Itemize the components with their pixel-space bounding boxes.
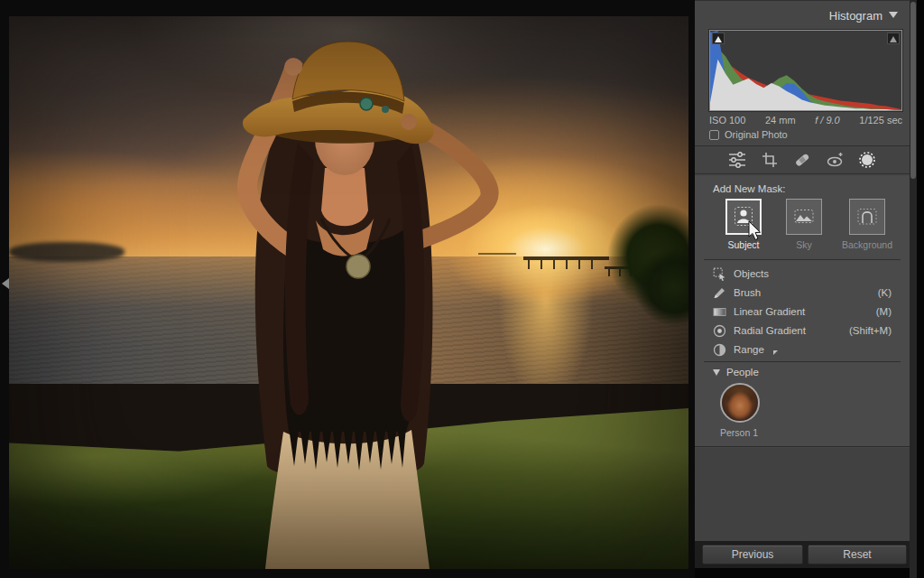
edit-sliders-icon[interactable] [727,150,747,170]
people-collapse-triangle-icon [713,369,720,376]
objects-icon [713,267,726,281]
mask-tool-brush[interactable]: Brush (K) [713,284,892,302]
window-right-edge [917,0,924,578]
person-avatar[interactable] [720,383,760,423]
brush-icon [713,286,726,300]
previous-button[interactable]: Previous [702,545,803,564]
add-new-mask-panel: Add New Mask: Subjec [695,176,910,447]
mask-tool-label: Radial Gradient [734,325,806,336]
background-icon [856,207,878,227]
panel-bottom-strip [695,568,910,578]
original-photo-checkbox[interactable] [709,130,719,140]
collapse-triangle-icon[interactable] [889,12,898,18]
mask-button-sky-label: Sky [782,239,826,250]
mask-button-background[interactable] [849,199,885,235]
mask-tool-label: Range [734,344,764,355]
develop-footer-bar: Previous Reset [695,541,910,568]
masking-icon[interactable] [857,150,877,170]
histogram[interactable] [709,30,902,111]
panel-empty-area [695,448,910,541]
lightroom-window: Histogram ISO 100 24 mm f / 9.0 1/125 se… [0,0,924,578]
mask-tool-radial-gradient[interactable]: Radial Gradient (Shift+M) [713,322,892,340]
right-panel: Histogram ISO 100 24 mm f / 9.0 1/125 se… [695,0,910,578]
shadow-clipping-indicator[interactable] [712,33,725,44]
mouse-cursor-icon [748,221,762,241]
mask-tool-range[interactable]: Range [713,340,892,359]
exif-focal-length: 24 mm [765,115,796,126]
original-photo-label: Original Photo [725,129,788,140]
shadow-clipping-triangle-icon [715,36,722,42]
mask-tool-shortcut: (M) [876,306,892,317]
exif-iso: ISO 100 [709,115,745,126]
mask-tool-linear-gradient[interactable]: Linear Gradient (M) [713,303,892,321]
exif-shutter: 1/125 sec [859,115,902,126]
linear-gradient-icon [713,305,726,319]
mask-tool-objects[interactable]: Objects [713,265,892,283]
mask-tool-label: Linear Gradient [734,306,805,317]
add-new-mask-label: Add New Mask: [713,183,786,194]
range-icon [713,343,726,357]
photo-vignette [9,16,688,569]
mask-tool-label: Objects [734,268,769,279]
range-flyout-icon [773,350,778,355]
exif-info: ISO 100 24 mm f / 9.0 1/125 sec [709,115,902,126]
sky-icon [793,207,815,227]
radial-gradient-icon [713,324,726,338]
mask-tool-shortcut: (K) [878,287,892,298]
photo-canvas[interactable] [9,16,688,569]
crop-icon[interactable] [760,150,780,170]
histogram-header[interactable]: Histogram [695,1,910,28]
mask-button-sky[interactable] [786,199,822,235]
reset-button[interactable]: Reset [808,545,907,564]
exif-aperture: f / 9.0 [815,115,840,126]
red-eye-icon[interactable] [825,150,845,170]
panel-scrollbar-thumb[interactable] [910,2,916,179]
develop-toolstrip [695,145,910,174]
people-header-label: People [726,367,759,378]
person-label: Person 1 [720,427,758,438]
people-section-header[interactable]: People [713,367,759,378]
healing-brush-icon[interactable] [792,150,812,170]
highlight-clipping-triangle-icon [890,36,897,42]
mask-tool-label: Brush [734,287,761,298]
left-panel-expander-icon[interactable] [2,278,9,289]
histogram-plot [710,31,901,110]
mask-tool-shortcut: (Shift+M) [849,325,892,336]
highlight-clipping-indicator[interactable] [887,33,900,44]
original-photo-row[interactable]: Original Photo [709,129,788,140]
mask-button-background-label: Background [836,239,899,250]
histogram-title: Histogram [829,9,882,23]
